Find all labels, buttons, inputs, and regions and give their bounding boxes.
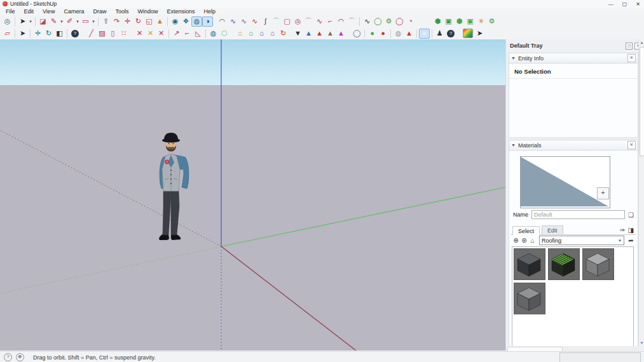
tab-edit[interactable]: Edit xyxy=(542,225,563,234)
material-thumbnail[interactable] xyxy=(514,283,545,314)
shape-dropdown-icon[interactable]: ▾ xyxy=(91,17,96,27)
select-dropdown-icon[interactable]: ▾ xyxy=(28,17,33,27)
scroll-down-icon[interactable]: ▼ xyxy=(639,340,644,346)
pencil-dropdown-icon[interactable]: ▾ xyxy=(59,17,64,27)
materials-close-icon[interactable]: ✕ xyxy=(627,141,636,149)
rectangle-icon[interactable]: ▭ xyxy=(80,17,91,27)
pencil-icon[interactable]: ✎ xyxy=(48,17,59,27)
collection-dropdown[interactable]: Roofing ▼ xyxy=(539,236,624,245)
curve-edit-icon[interactable]: ∫ xyxy=(260,17,271,27)
drop-n-icon[interactable]: ▲ xyxy=(325,29,336,39)
drop-r-icon[interactable]: ▲ xyxy=(314,29,325,39)
add-sphere-icon[interactable]: ● xyxy=(367,29,378,39)
house-purple-icon[interactable]: ⌂ xyxy=(267,29,278,39)
soften-icon[interactable]: ◍ xyxy=(393,29,404,39)
freehand-curve-icon[interactable]: ∿ xyxy=(238,17,249,27)
corner-icon[interactable]: ⌐ xyxy=(325,17,336,27)
intersect-icon[interactable]: ✕ xyxy=(134,29,145,39)
house-green-icon[interactable]: ⌂ xyxy=(245,29,256,39)
menu-draw[interactable]: Draw xyxy=(88,8,111,15)
triangle-tool-icon[interactable]: ◺ xyxy=(193,29,203,39)
house-orange-icon[interactable]: ⌂ xyxy=(235,29,245,39)
secondary-pane-icon[interactable]: ❏ xyxy=(628,211,634,218)
rotate-icon[interactable]: ↻ xyxy=(133,17,144,27)
person-tool-icon[interactable]: ♟ xyxy=(434,29,445,39)
flip-icon[interactable]: ◧ xyxy=(54,29,65,39)
menu-file[interactable]: File xyxy=(1,8,20,15)
menu-edit[interactable]: Edit xyxy=(20,8,39,15)
up-arrow-icon[interactable]: ▲ xyxy=(404,29,414,39)
line-tool-icon[interactable]: ╱ xyxy=(86,29,97,39)
solid-intersect-icon[interactable]: ⬢ xyxy=(454,17,465,27)
tray-scrollbar[interactable]: ▲ ▼ xyxy=(638,39,644,346)
material-name-input[interactable] xyxy=(531,210,625,219)
look-around-icon[interactable]: ◉ xyxy=(170,17,181,27)
lasso-select-icon[interactable]: ▱ xyxy=(2,29,13,39)
drop-f-icon[interactable]: ▲ xyxy=(336,29,346,39)
arc-icon[interactable]: ✐ xyxy=(64,17,75,27)
intersect2-icon[interactable]: ✕ xyxy=(145,29,156,39)
solid-union-icon[interactable]: ⬢ xyxy=(432,17,443,27)
spiral-icon[interactable]: ◎ xyxy=(292,17,303,27)
shield-icon[interactable]: ◍ xyxy=(208,29,219,39)
solid-trim-icon[interactable]: ▣ xyxy=(465,17,476,27)
settings-gear-icon[interactable]: ⚙ xyxy=(486,17,497,27)
walk-icon[interactable]: ◑ xyxy=(202,17,213,27)
details-arrow-icon[interactable]: ➦ xyxy=(627,237,635,244)
select2-icon[interactable]: ➤ xyxy=(17,29,28,39)
house-rotate-icon[interactable]: ↻ xyxy=(278,29,289,39)
wrench-icon[interactable]: ⚙ xyxy=(383,17,394,27)
collection-icon[interactable]: ⊛ xyxy=(520,237,528,244)
house-blue-icon[interactable]: ⌂ xyxy=(256,29,267,39)
rotate2-icon[interactable]: ↻ xyxy=(43,29,54,39)
maximize-button[interactable]: ▢ xyxy=(622,1,627,7)
axes-icon[interactable]: ▲ xyxy=(154,17,165,27)
cleanup-broom-icon[interactable]: ✳ xyxy=(476,17,486,27)
entity-info-close-icon[interactable]: ✕ xyxy=(627,54,636,62)
materials-palette-icon[interactable] xyxy=(463,29,473,38)
scale-figure[interactable] xyxy=(154,130,194,246)
polyline-icon[interactable]: ∿ xyxy=(362,17,373,27)
menu-view[interactable]: View xyxy=(38,8,59,15)
drop-down-tool-icon[interactable]: ▼ xyxy=(292,29,303,39)
pie-icon[interactable]: ◔ xyxy=(405,17,416,27)
measurements-input[interactable] xyxy=(559,352,641,362)
create-material-button[interactable]: + xyxy=(597,187,609,199)
move-icon[interactable]: ✛ xyxy=(122,17,133,27)
arc2-icon[interactable]: ⌒ xyxy=(303,17,314,27)
sphere-icon[interactable]: ◯ xyxy=(352,29,362,39)
material-thumbnail[interactable] xyxy=(582,248,614,280)
angle-icon[interactable]: ⌐ xyxy=(182,29,193,39)
array-tool-icon[interactable]: ∷ xyxy=(118,29,129,39)
close-button[interactable]: ✕ xyxy=(636,1,640,7)
menu-camera[interactable]: Camera xyxy=(59,8,88,15)
vector-icon[interactable]: ↗ xyxy=(171,29,182,39)
tray-hscrollbar[interactable] xyxy=(506,346,639,351)
circle-tool-icon[interactable]: ◯ xyxy=(373,17,383,27)
curve-tool-icon[interactable]: ◠ xyxy=(217,17,228,27)
eraser-icon[interactable]: ◪ xyxy=(38,17,48,27)
back-icon[interactable]: ⊕ xyxy=(512,237,520,244)
geolocation-icon[interactable]: ⊕ xyxy=(16,353,24,361)
entity-info-header[interactable]: ▼ Entity Info ✕ xyxy=(509,53,638,64)
pan-icon[interactable]: ❖ xyxy=(181,17,191,27)
material-thumbnail[interactable] xyxy=(548,248,580,280)
frame-tool-icon[interactable]: ▯ xyxy=(107,29,118,39)
remove-sphere-icon[interactable]: ● xyxy=(378,29,388,39)
zoom-icon[interactable]: ◎ xyxy=(2,17,13,27)
paint-bucket-icon[interactable]: ◨ xyxy=(628,227,634,234)
query-icon[interactable]: ? xyxy=(447,30,455,37)
orbit-icon[interactable]: ◍ xyxy=(191,17,202,27)
select-icon[interactable]: ➤ xyxy=(17,17,28,27)
glass-cube-icon[interactable]: ⬡ xyxy=(219,29,230,39)
rounded-rect-icon[interactable]: ▢ xyxy=(282,17,292,27)
wave-icon[interactable]: ∿ xyxy=(314,17,325,27)
materials-header[interactable]: ▼ Materials ✕ xyxy=(509,140,638,151)
help-circle-icon[interactable]: ? xyxy=(71,30,79,37)
menu-window[interactable]: Window xyxy=(133,8,162,15)
menu-extensions[interactable]: Extensions xyxy=(162,8,199,15)
move2-icon[interactable]: ✛ xyxy=(32,29,43,39)
drop-j-icon[interactable]: ▲ xyxy=(303,29,314,39)
intersect3-icon[interactable]: ✕ xyxy=(156,29,167,39)
tab-select[interactable]: Select xyxy=(512,226,540,235)
